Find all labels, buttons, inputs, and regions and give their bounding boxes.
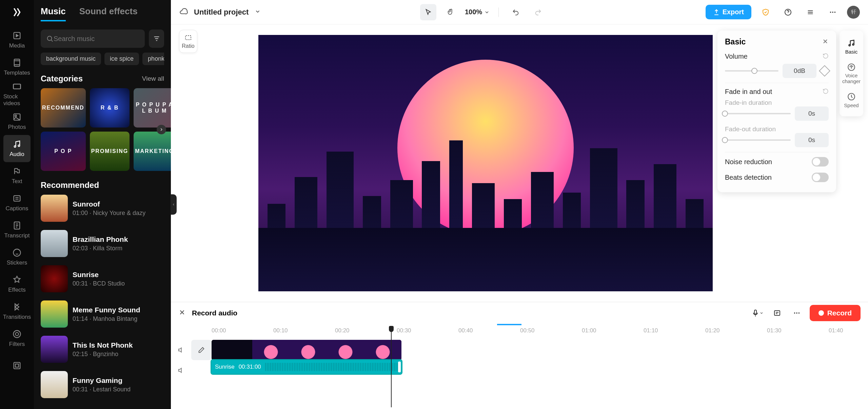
fade-in-value[interactable]: 0s: [795, 106, 829, 121]
rail-item-effects[interactable]: Effects: [3, 271, 31, 298]
track-item[interactable]: Funny Gaming00:31 · Lestari Sound: [41, 371, 164, 398]
svg-rect-18: [185, 36, 191, 40]
redo-button[interactable]: [530, 4, 546, 20]
timeline-ruler[interactable]: 00:0000:1000:2000:3000:4000:5001:0001:10…: [212, 325, 868, 338]
export-button[interactable]: Export: [706, 5, 751, 19]
tab-music[interactable]: Music: [41, 6, 66, 21]
layers-icon: [807, 8, 814, 16]
track-title: Funny Gaming: [73, 376, 131, 385]
inspector-tab-basic[interactable]: Basic: [840, 35, 863, 59]
track-item[interactable]: Sunrise00:31 · BCD Studio: [41, 265, 164, 292]
layers-button[interactable]: [802, 4, 818, 20]
track-1-mute-button[interactable]: [171, 346, 191, 354]
rail-item-media[interactable]: Media: [3, 26, 31, 54]
rail-item-transitions[interactable]: Transitions: [3, 298, 31, 325]
rail-item-text[interactable]: Text: [3, 162, 31, 189]
noise-reduction-toggle[interactable]: [812, 157, 829, 167]
rail-item-templates[interactable]: Templates: [3, 54, 31, 81]
canvas-area: Ratio: [171, 24, 868, 302]
record-panel-close[interactable]: [178, 309, 186, 317]
categories-heading: Categories: [41, 74, 83, 83]
track-2-mute-button[interactable]: [171, 367, 191, 374]
track-item[interactable]: Sunroof01:00 · Nicky Youre & dazy: [41, 195, 164, 222]
zoom-dropdown[interactable]: 100%: [465, 8, 490, 16]
chip-phonk[interactable]: phonk: [142, 53, 164, 65]
beats-detection-toggle[interactable]: [812, 173, 829, 182]
volume-keyframe-button[interactable]: [819, 65, 830, 77]
rail-item-stickers[interactable]: Stickers: [3, 244, 31, 271]
help-button[interactable]: [780, 4, 796, 20]
project-name-dropdown[interactable]: [255, 8, 261, 16]
volume-reset-button[interactable]: [823, 53, 829, 60]
cursor-tool-button[interactable]: [420, 4, 436, 20]
categories-next-button[interactable]: [157, 125, 166, 134]
fade-reset-button[interactable]: [823, 88, 829, 96]
basic-panel-close[interactable]: [822, 38, 829, 46]
inspector-tab-voice-changer[interactable]: Voice changer: [840, 59, 863, 88]
app-rail: MediaTemplatesStock videosPhotosAudioTex…: [0, 0, 34, 409]
search-filter-button[interactable]: [149, 30, 164, 48]
more-button[interactable]: [825, 4, 841, 20]
category-r-b[interactable]: R & B: [90, 88, 130, 128]
category-marketing[interactable]: MARKETING: [134, 132, 171, 171]
fade-out-slider[interactable]: [725, 139, 791, 141]
rail-item-photos[interactable]: Photos: [3, 108, 31, 135]
rail-item-filters[interactable]: Filters: [3, 325, 31, 352]
fade-in-slider[interactable]: [725, 113, 791, 114]
teleprompter-button[interactable]: [770, 306, 784, 320]
rail-item-stock-videos[interactable]: Stock videos: [3, 81, 31, 108]
track-title: This Is Not Phonk: [73, 341, 133, 349]
mic-dropdown[interactable]: [751, 306, 764, 320]
search-input-wrap[interactable]: [41, 30, 145, 48]
svg-rect-23: [754, 310, 756, 314]
rail-item-audio[interactable]: Audio: [3, 135, 31, 162]
track-1-edit-button[interactable]: [191, 340, 212, 360]
video-clip[interactable]: [212, 340, 401, 360]
noise-reduction-label: Noise reduction: [725, 158, 772, 166]
audio-clip[interactable]: Sunrise 00:31:00: [212, 360, 401, 374]
svg-rect-1: [14, 59, 20, 66]
inspector-tab-speed[interactable]: Speed: [840, 88, 863, 112]
undo-button[interactable]: [508, 4, 524, 20]
record-button[interactable]: Record: [810, 305, 861, 321]
shield-button[interactable]: [757, 4, 774, 20]
chip-ice-spice[interactable]: ice spice: [104, 53, 139, 65]
recommended-heading: Recommended: [41, 180, 99, 190]
chip-background-music[interactable]: background music: [41, 53, 101, 65]
volume-slider[interactable]: [725, 70, 778, 72]
track-item[interactable]: Meme Funny Sound01:14 · Manhoa Bintang: [41, 300, 164, 328]
svg-point-20: [852, 44, 854, 45]
video-preview[interactable]: [258, 35, 713, 291]
track-item[interactable]: Brazillian Phonk02:03 · Killa Storm: [41, 230, 164, 257]
project-name[interactable]: Untitled project: [194, 8, 249, 17]
record-dot-icon: [818, 310, 824, 316]
view-all-link[interactable]: View all: [142, 75, 164, 82]
category-recommend[interactable]: RECOMMEND: [41, 88, 86, 128]
track-meta: 01:14 · Manhoa Bintang: [73, 315, 140, 323]
app-logo[interactable]: [9, 4, 25, 20]
category-p-o-p-u-p-a-l-b-u-m[interactable]: P O P U P A L B U M: [134, 88, 171, 128]
category-p-o-p[interactable]: P O P: [41, 132, 86, 171]
close-icon: [178, 309, 186, 316]
fade-label: Fade in and out: [725, 88, 772, 96]
redo-icon: [534, 8, 542, 16]
record-more-button[interactable]: [790, 306, 804, 320]
hand-tool-button[interactable]: [442, 4, 459, 20]
music-note-icon: [847, 39, 856, 47]
cloud-sync-icon[interactable]: [179, 7, 188, 17]
zoom-value: 100%: [465, 8, 482, 16]
ratio-button[interactable]: Ratio: [179, 30, 197, 53]
rail-item-captions[interactable]: Captions: [3, 189, 31, 216]
rail-item-brand-kit[interactable]: [3, 352, 31, 379]
inspector-rail: Basic Voice changer Speed: [840, 31, 863, 116]
playhead[interactable]: [391, 327, 392, 407]
audio-clip-trim-handle[interactable]: [398, 362, 401, 372]
volume-value[interactable]: 0dB: [783, 64, 816, 78]
user-avatar[interactable]: 轩: [847, 6, 860, 19]
fade-out-value[interactable]: 0s: [795, 133, 829, 147]
track-item[interactable]: This Is Not Phonk02:15 · Bgnzinho: [41, 336, 164, 363]
rail-item-transcript[interactable]: Transcript: [3, 216, 31, 244]
search-input[interactable]: [54, 35, 139, 43]
tab-sound-effects[interactable]: Sound effects: [79, 6, 138, 21]
category-promising[interactable]: PROMISING: [90, 132, 130, 171]
